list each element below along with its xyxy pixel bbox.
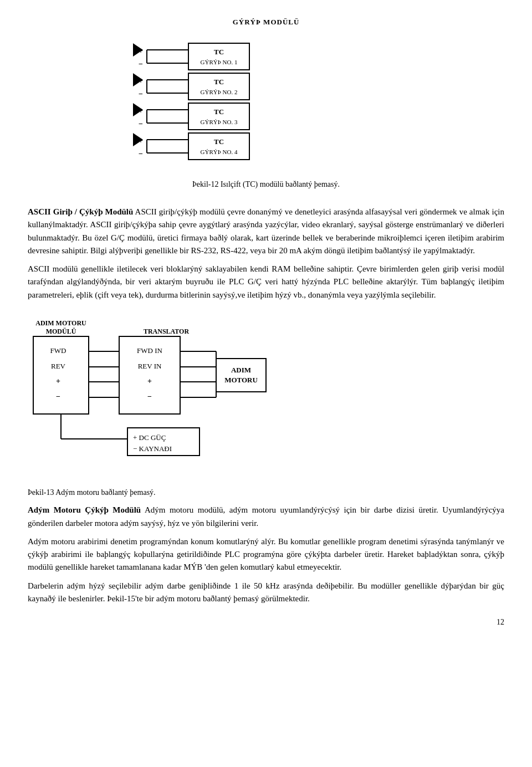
tc-svg-wrapper: + − + − + − xyxy=(133,38,399,169)
svg-text:+: + xyxy=(56,377,60,385)
svg-text:ADIM MOTORU: ADIM MOTORU xyxy=(35,319,86,327)
svg-text:TC: TC xyxy=(214,137,224,146)
svg-text:TC: TC xyxy=(214,78,224,86)
svg-text:GÝRÝÞ NO. 3: GÝRÝÞ NO. 3 xyxy=(201,119,238,125)
stepper-diagram-caption: Þekil-13 Adým motoru baðlantý þemasý. xyxy=(28,487,504,498)
svg-text:FWD: FWD xyxy=(50,346,66,355)
svg-text:MODÜLÜ: MODÜLÜ xyxy=(46,328,76,335)
tc-diagram-section: GÝRÝÞ MODÜLÜ + − + − xyxy=(28,17,504,196)
svg-text:−: − xyxy=(139,120,143,128)
svg-text:−: − xyxy=(139,60,143,68)
stepper-diagram-section: ADIM MOTORU MODÜLÜ TRANSLATOR FWD REV + … xyxy=(28,311,504,482)
p1-bold-text: ASCII Giriþ / Çýkýþ Modülü xyxy=(28,207,133,216)
paragraph-ascii-intro: ASCII Giriþ / Çýkýþ Modülü ASCII giriþ/ç… xyxy=(28,206,504,257)
tc-diagram-caption: Þekil-12 Isılçift (TC) modülü baðlantý þ… xyxy=(192,178,340,190)
paragraph-stepper-intro: Adým Motoru Çýkýþ Modülü Adým motoru mod… xyxy=(28,504,504,530)
svg-text:−  KAYNAÐI: − KAYNAÐI xyxy=(133,444,172,453)
svg-rect-58 xyxy=(216,359,266,392)
svg-text:TC: TC xyxy=(214,48,224,56)
svg-text:REV: REV xyxy=(51,362,66,370)
svg-text:+: + xyxy=(147,377,152,385)
svg-text:TRANSLATOR: TRANSLATOR xyxy=(144,328,190,335)
stepper-svg-wrapper: ADIM MOTORU MODÜLÜ TRANSLATOR FWD REV + … xyxy=(28,317,338,476)
svg-text:−: − xyxy=(139,150,143,158)
svg-text:ADIM: ADIM xyxy=(231,366,251,374)
svg-text:+  DC GÜÇ: + DC GÜÇ xyxy=(133,433,166,442)
svg-text:FWD IN: FWD IN xyxy=(137,346,162,355)
tc-diagram-title: GÝRÝÞ MODÜLÜ xyxy=(233,17,300,28)
svg-text:−: − xyxy=(147,392,152,401)
svg-text:GÝRÝÞ NO. 1: GÝRÝÞ NO. 1 xyxy=(201,59,238,65)
svg-text:GÝRÝÞ NO. 2: GÝRÝÞ NO. 2 xyxy=(201,89,238,95)
stepper-svg: ADIM MOTORU MODÜLÜ TRANSLATOR FWD REV + … xyxy=(28,317,338,472)
svg-text:MOTORU: MOTORU xyxy=(224,376,258,384)
paragraph-stepper-speed: Darbelerin adým hýzý seçilebilir adým da… xyxy=(28,580,504,606)
paragraph-ascii-detail: ASCII modülü genellikle iletilecek veri … xyxy=(28,263,504,301)
page-content: GÝRÝÞ MODÜLÜ + − + − xyxy=(28,17,504,628)
tc-svg: + − + − + − xyxy=(133,38,399,165)
svg-text:−: − xyxy=(56,392,60,401)
svg-text:−: − xyxy=(139,90,143,98)
svg-text:GÝRÝÞ NO. 4: GÝRÝÞ NO. 4 xyxy=(201,149,238,155)
svg-text:TC: TC xyxy=(214,108,224,116)
svg-text:REV IN: REV IN xyxy=(138,362,162,370)
page-number: 12 xyxy=(28,616,504,628)
paragraph-stepper-detail: Adým motoru arabirimi denetim programýnd… xyxy=(28,535,504,574)
p3-bold-text: Adým Motoru Çýkýþ Modülü xyxy=(28,505,141,514)
